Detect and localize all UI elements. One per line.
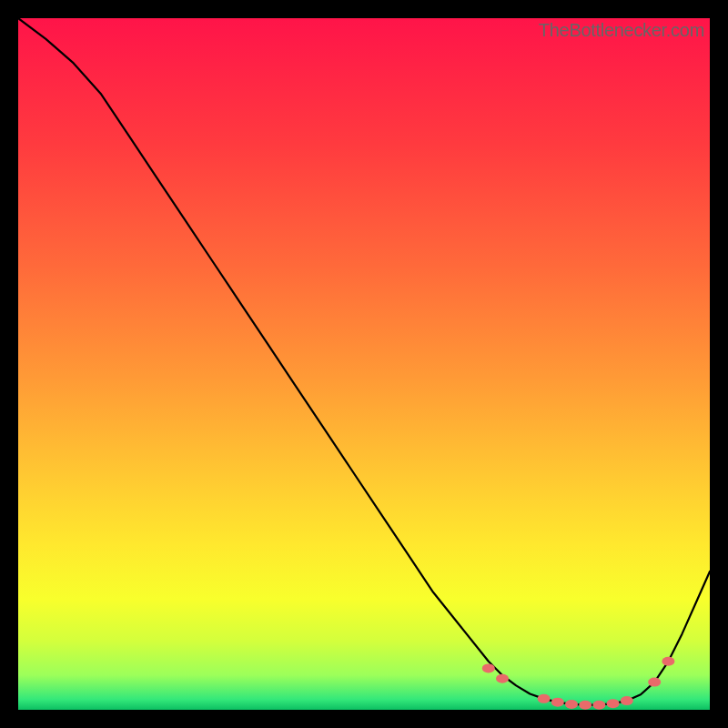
bottleneck-chart [18,18,710,710]
data-marker [607,699,620,708]
data-marker [538,694,551,703]
data-marker [565,700,578,709]
data-marker [592,701,605,710]
data-marker [496,674,509,683]
chart-frame: TheBottlenecker.com [18,18,710,710]
data-marker [482,663,495,672]
data-marker [621,696,633,705]
data-marker [579,701,592,710]
data-marker [662,657,674,666]
watermark-text: TheBottlenecker.com [539,20,704,41]
data-marker [551,698,564,707]
data-marker [648,678,661,687]
gradient-background [18,18,710,710]
